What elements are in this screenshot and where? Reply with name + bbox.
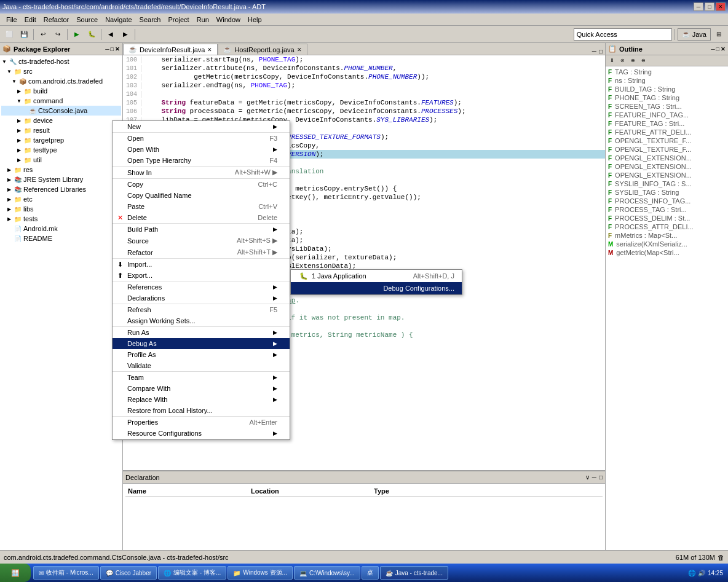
ctx-item-validate[interactable]: Validate: [113, 360, 290, 371]
outline-item-procattr[interactable]: F PROCESS_ATTR_DELI...: [607, 222, 727, 231]
tree-item-build[interactable]: ▶ 📁 build: [1, 86, 121, 96]
outline-maximize-btn[interactable]: □: [716, 46, 719, 52]
outline-item-procinfo[interactable]: F PROCESS_INFO_TAG...: [607, 197, 727, 205]
outline-sort-btn[interactable]: ⬇: [607, 56, 617, 66]
tree-item-device[interactable]: ▶ 📁 device: [1, 116, 121, 125]
menu-refactor[interactable]: Refactor: [40, 15, 73, 25]
outline-item-opengl1[interactable]: F OPENGL_TEXTURE_F...: [607, 136, 727, 145]
ctx-item-source[interactable]: Source Alt+Shift+S ▶: [113, 235, 290, 246]
toolbar-redo-btn[interactable]: ↪: [51, 28, 65, 41]
tree-item-tests[interactable]: ▶ 📁 tests: [1, 214, 121, 224]
taskbar-btn-editor[interactable]: 🌐 编辑文案 - 博客...: [158, 566, 226, 580]
ctx-item-refactor[interactable]: Refactor Alt+Shift+T ▶: [113, 246, 290, 258]
ctx-item-debug-as[interactable]: Debug As ▶: [113, 338, 290, 349]
outline-item-opengl2[interactable]: F OPENGL_TEXTURE_F...: [607, 145, 727, 154]
outline-expand-btn[interactable]: ⊕: [628, 56, 638, 66]
outline-item-tag[interactable]: F TAG : String: [607, 68, 727, 76]
outline-item-ns[interactable]: F ns : String: [607, 76, 727, 85]
tree-item-result[interactable]: ▶ 📁 result: [1, 125, 121, 135]
outline-close-btn[interactable]: ✕: [721, 46, 726, 52]
tab-device-info[interactable]: ☕ DeviceInfoResult.java ✕: [123, 44, 218, 55]
tree-item-testtype[interactable]: ▶ 📁 testtype: [1, 145, 121, 155]
bottom-panel-maximize-btn[interactable]: □: [599, 474, 603, 481]
toolbar-forward-btn[interactable]: ▶: [119, 28, 132, 41]
editor-minimize-btn[interactable]: ─: [592, 48, 596, 55]
ctx-item-team[interactable]: Team ▶: [113, 372, 290, 383]
editor-maximize-btn[interactable]: □: [599, 48, 603, 55]
ctx-item-open-type-hierarchy[interactable]: Open Type Hierarchy F4: [113, 155, 290, 166]
outline-item-syslibinfo[interactable]: F SYSLIB_INFO_TAG : S...: [607, 179, 727, 188]
taskbar-btn-email[interactable]: ✉ 收件箱 - Micros...: [33, 566, 99, 580]
ctx-item-compare-with[interactable]: Compare With ▶: [113, 383, 290, 394]
tab-close-btn[interactable]: ✕: [207, 47, 212, 53]
outline-item-serialize[interactable]: M serialize(KXmlSerializ...: [607, 240, 727, 248]
outline-item-openglext3[interactable]: F OPENGL_EXTENSION...: [607, 171, 727, 179]
tree-item-root[interactable]: ▼ 🔧 cts-tradefed-host: [1, 57, 121, 66]
menu-project[interactable]: Project: [164, 15, 192, 25]
ctx-item-replace-with[interactable]: Replace With ▶: [113, 394, 290, 405]
minimize-button[interactable]: ─: [694, 2, 703, 11]
outline-item-procdelim[interactable]: F PROCESS_DELIM : St...: [607, 214, 727, 222]
outline-minimize-btn[interactable]: ─: [711, 46, 714, 52]
ctx-item-resource-config[interactable]: Resource Configurations ▶: [113, 428, 290, 439]
outline-item-phonetag[interactable]: F PHONE_TAG : String: [607, 93, 727, 102]
maximize-view-btn[interactable]: □: [111, 46, 114, 52]
ctx-item-new[interactable]: New ▶: [113, 121, 290, 132]
ctx-item-profile-as[interactable]: Profile As ▶: [113, 349, 290, 360]
ctx-item-delete[interactable]: ✕ Delete Delete: [113, 212, 290, 223]
tab-close-btn2[interactable]: ✕: [297, 47, 302, 53]
taskbar-btn-cmd[interactable]: 💻 C:\Windows\sy...: [294, 566, 360, 580]
tree-item-reflibs[interactable]: ▶ 📚 Referenced Libraries: [1, 184, 121, 194]
minimize-view-btn[interactable]: ─: [105, 46, 109, 52]
ctx-item-open[interactable]: Open F3: [113, 133, 290, 144]
ctx-item-show-in[interactable]: Show In Alt+Shift+W ▶: [113, 167, 290, 178]
ctx-item-declarations[interactable]: Declarations ▶: [113, 293, 290, 304]
ctx-item-working-sets[interactable]: Assign Working Sets...: [113, 315, 290, 326]
taskbar-btn-explorer[interactable]: 📁 Windows 资源...: [228, 566, 293, 580]
tree-item-com-android[interactable]: ▼ 📦 com.android.cts.tradefed: [1, 76, 121, 86]
ctx-item-export[interactable]: ⬆ Export...: [113, 270, 290, 281]
tree-item-util[interactable]: ▶ 📁 util: [1, 155, 121, 165]
menu-search[interactable]: Search: [136, 15, 165, 25]
outline-filter-btn[interactable]: ⊘: [617, 56, 627, 66]
ctx-item-build-path[interactable]: Build Path ▶: [113, 224, 290, 235]
outline-item-mmetrics[interactable]: F mMetrics : Map<St...: [607, 231, 727, 240]
menu-edit[interactable]: Edit: [21, 15, 40, 25]
ctx-item-properties[interactable]: Properties Alt+Enter: [113, 417, 290, 428]
ctx-item-run-as[interactable]: Run As ▶: [113, 327, 290, 338]
sub-item-debug-configs[interactable]: Debug Configurations...: [291, 282, 462, 294]
tree-item-targetprep[interactable]: ▶ 📁 targetprep: [1, 135, 121, 145]
bottom-panel-chevron-btn[interactable]: ∨: [585, 474, 590, 481]
outline-collapse-btn[interactable]: ⊖: [638, 56, 648, 66]
toolbar-perspectives-btn[interactable]: ⊞: [712, 28, 726, 41]
outline-item-getmetric[interactable]: M getMetric(Map<Stri...: [607, 248, 727, 257]
tree-item-command[interactable]: ▼ 📁 command: [1, 96, 121, 106]
menu-file[interactable]: File: [2, 15, 21, 25]
ctx-item-paste[interactable]: Paste Ctrl+V: [113, 201, 290, 212]
ctx-item-restore-local[interactable]: Restore from Local History...: [113, 405, 290, 416]
ctx-item-open-with[interactable]: Open With ▶: [113, 144, 290, 155]
tree-item-res[interactable]: ▶ 📁 res: [1, 165, 121, 175]
sub-item-java-app[interactable]: 🐛 1 Java Application Alt+Shift+D, J: [291, 270, 462, 282]
ctx-item-copy[interactable]: Copy Ctrl+C: [113, 179, 290, 190]
tree-item-jre[interactable]: ▶ 📚 JRE System Library: [1, 175, 121, 184]
menu-run[interactable]: Run: [193, 15, 213, 25]
taskbar-btn-desktop[interactable]: 桌: [362, 566, 379, 580]
close-button[interactable]: ✕: [716, 2, 726, 11]
menu-window[interactable]: Window: [213, 15, 244, 25]
toolbar-run-btn[interactable]: ▶: [70, 28, 84, 41]
toolbar-new-btn[interactable]: ⬜: [2, 28, 16, 41]
close-view-btn[interactable]: ✕: [115, 46, 120, 52]
tree-item-androidmk[interactable]: 📄 Android.mk: [1, 224, 121, 234]
ctx-item-references[interactable]: References ▶: [113, 281, 290, 293]
outline-item-featuredelim[interactable]: F FEATURE_ATTR_DELI...: [607, 128, 727, 136]
toolbar-debug-btn[interactable]: 🐛: [85, 28, 98, 41]
taskbar-btn-java[interactable]: ☕ Java - cts-trade...: [380, 566, 448, 580]
ctx-item-import[interactable]: ⬇ Import...: [113, 259, 290, 270]
tree-item-libs[interactable]: ▶ 📁 libs: [1, 204, 121, 214]
menu-navigate[interactable]: Navigate: [101, 15, 135, 25]
outline-item-syslibtag[interactable]: F SYSLIB_TAG : String: [607, 188, 727, 197]
menu-help[interactable]: Help: [244, 15, 266, 25]
toolbar-save-btn[interactable]: 💾: [17, 28, 31, 41]
bottom-panel-minimize-btn[interactable]: ─: [592, 474, 596, 481]
